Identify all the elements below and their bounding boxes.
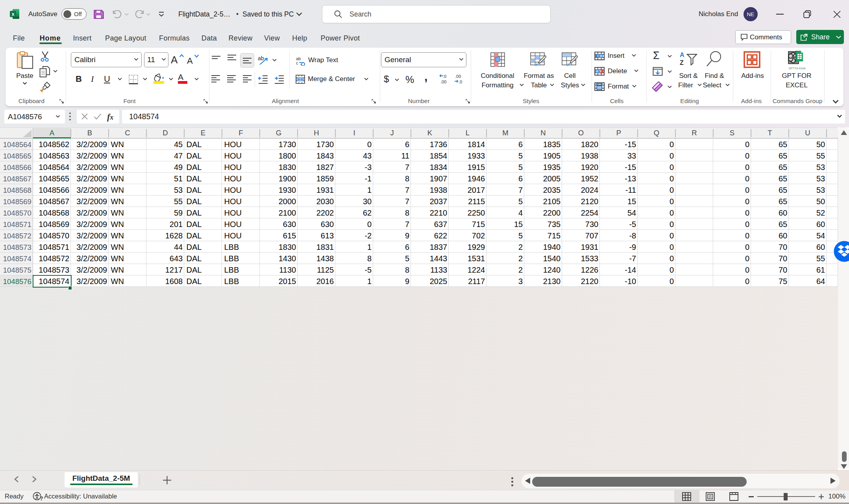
svg-text:?: ? xyxy=(40,495,43,501)
svg-text:c: c xyxy=(296,61,298,65)
svg-text:.0: .0 xyxy=(459,79,462,84)
svg-text:ab: ab xyxy=(258,55,264,61)
svg-text:.00: .00 xyxy=(440,79,446,84)
svg-text:Z: Z xyxy=(680,59,684,66)
svg-text:A: A xyxy=(680,52,684,58)
svg-text:.00: .00 xyxy=(455,74,461,79)
svg-text:.0: .0 xyxy=(443,74,446,79)
svg-text:x: x xyxy=(12,11,15,17)
